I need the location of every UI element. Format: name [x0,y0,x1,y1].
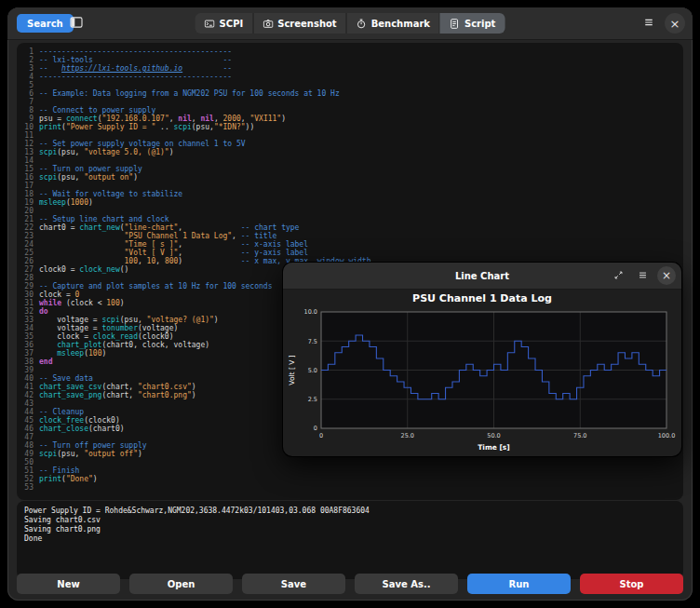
code-line: 10print("Power Supply ID = " .. scpi(psu… [17,123,683,131]
line-number: 35 [17,332,39,341]
tab-label: SCPI [220,19,244,29]
line-number: 26 [17,257,39,265]
chart-expand-button[interactable] [609,266,627,285]
code-text: -- Turn on power supply [39,165,142,173]
line-number: 40 [17,374,39,383]
sidebar-toggle-button[interactable] [65,14,88,33]
chart-close-button[interactable]: × [657,266,676,285]
tab-screenshot[interactable]: Screenshot [252,13,345,34]
line-number: 43 [17,399,39,408]
line-number: 8 [17,106,39,115]
tab-label: Benchmark [371,19,430,29]
code-text: ----------------------------------------… [39,47,232,56]
code-text: print("Power Supply ID = " .. scpi(psu,"… [39,123,254,131]
line-number: 36 [17,341,39,349]
code-text: -- lxi-tools -- [39,56,232,64]
line-number: 47 [17,433,39,441]
code-text: chart0 = chart_new("line-chart", -- char… [39,223,299,232]
code-text: -- Connect to power supply [39,106,155,115]
stop-button[interactable]: Stop [580,574,683,594]
line-chart-canvas: 02.55.07.510.0025.050.075.0100.0Time [s]… [285,308,680,455]
line-number: 32 [17,307,39,316]
code-line: 12-- Set power supply voltage on channel… [17,140,683,148]
code-line: 19msleep(1000) [17,198,683,207]
line-number: 39 [17,366,39,374]
line-number: 10 [17,123,39,131]
code-line: 53 [17,483,683,492]
chart-canvas-host: 02.55.07.510.0025.050.075.0100.0Time [s]… [285,308,680,456]
code-text: while (clock < 100) [39,299,125,307]
code-line: 1---------------------------------------… [17,47,683,56]
camera-icon [262,19,273,29]
line-number: 5 [17,81,39,89]
code-text: ----------------------------------------… [39,73,232,81]
script-icon [450,19,460,29]
tab-script[interactable]: Script [439,13,505,34]
line-number: 45 [17,416,39,425]
code-line: 21-- Setup line chart and clock [17,215,683,223]
chart-menu-button[interactable] [633,266,652,285]
tab-benchmark[interactable]: Benchmark [346,13,439,34]
svg-text:10.0: 10.0 [304,308,317,316]
line-number: 49 [17,450,39,458]
line-number: 25 [17,249,39,257]
line-number: 17 [17,182,39,190]
line-number: 23 [17,232,39,240]
console-line: Saving chart0.csv [24,516,676,525]
line-number: 1 [17,47,39,56]
code-text: voltage = scpi(psu, "voltage? (@1)") [39,316,219,324]
tab-label: Script [464,19,495,29]
save-button[interactable]: Save [242,574,345,594]
code-text: -- Turn off power supply [39,441,147,450]
line-number: 29 [17,282,39,290]
run-button[interactable]: Run [467,574,571,594]
code-line: 18-- Wait for voltage to stabilize [17,190,683,198]
code-text: psu = connect("192.168.0.107", nil, nil,… [39,115,286,123]
code-text: do [39,307,48,316]
header-bar: Search SCPI Screenshot [7,7,693,40]
line-number: 48 [17,441,39,450]
console-line: Power Supply ID = Rohde&Schwarz,NGM202,3… [24,507,676,516]
code-line: 2-- lxi-tools -- [17,56,683,64]
code-line: 11 [17,131,683,140]
chart-header-bar: Line Chart × [283,263,681,290]
code-text: voltage = tonumber(voltage) [39,324,178,332]
save-as-button[interactable]: Save As.. [355,574,458,594]
svg-text:25.0: 25.0 [401,432,414,439]
line-number: 6 [17,89,39,98]
tab-scpi[interactable]: SCPI [195,13,253,34]
line-number: 13 [17,148,39,156]
stopwatch-icon [357,19,367,29]
code-line: 5 [17,81,683,89]
new-button[interactable]: New [17,574,120,594]
code-line: 22chart0 = chart_new("line-chart", -- ch… [17,223,683,232]
code-line: 9psu = connect("192.168.0.107", nil, nil… [17,115,683,123]
line-number: 18 [17,190,39,198]
code-line: 4---------------------------------------… [17,73,683,81]
line-number: 20 [17,207,39,215]
line-number: 14 [17,156,39,165]
code-text: "PSU Channel 1 Data Log", -- title [39,232,276,240]
code-text: msleep(100) [39,349,106,358]
line-number: 50 [17,458,39,466]
line-number: 33 [17,316,39,324]
chart-window-title: Line Chart [455,271,509,281]
menu-icon [638,269,648,283]
code-line: 8-- Connect to power supply [17,106,683,115]
code-text: scpi(psu, "output off") [39,450,142,458]
code-line: 3-- https://lxi-tools.github.io -- [17,64,683,73]
line-number: 19 [17,198,39,207]
primary-menu-button[interactable] [639,13,659,34]
open-button[interactable]: Open [129,574,233,594]
code-line: 6-- Example: Data logging from a NGM202 … [17,89,683,98]
svg-text:Time [s]: Time [s] [478,443,510,452]
chart-body: PSU Channel 1 Data Log 02.55.07.510.0025… [283,290,681,456]
sidebar-toggle-icon [70,17,83,31]
code-text: -- Setup line chart and clock [39,215,169,223]
line-number: 9 [17,115,39,123]
svg-text:100.0: 100.0 [658,432,676,439]
code-line: 20 [17,207,683,215]
line-number: 53 [17,483,39,492]
line-number: 37 [17,349,39,358]
window-close-button[interactable]: × [665,13,685,34]
